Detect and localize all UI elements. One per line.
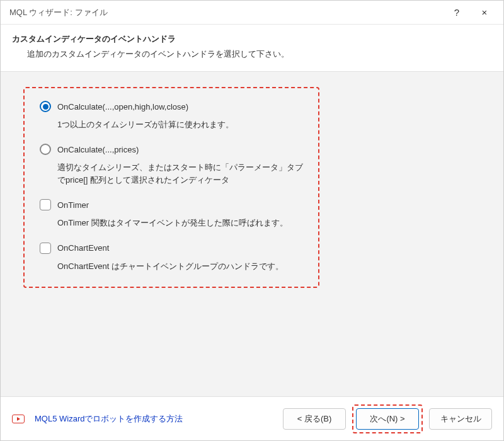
body: OnCalculate(...,open,high,low,close) 1つ以… (1, 72, 503, 396)
window-title: MQL ウィザード: ファイル (9, 7, 443, 18)
back-button[interactable]: < 戻る(B) (283, 408, 346, 430)
checkbox-onchartevent[interactable]: OnChartEvent (40, 243, 303, 254)
next-button-highlight: 次へ(N) > (352, 404, 423, 433)
checkbox-icon (40, 199, 51, 210)
help-link[interactable]: MQL5 Wizardでロボットを作成する方法 (35, 413, 183, 425)
header: カスタムインディケータのイベントハンドラ 追加のカスタムインディケータのイベント… (1, 25, 503, 72)
option-oncalculate-prices: OnCalculate(...,prices) 適切なタイムシリーズ、またはスタ… (40, 144, 303, 186)
checkbox-icon (40, 243, 51, 254)
option-onchartevent: OnChartEvent OnChartEvent はチャートイベントグループの… (40, 243, 303, 273)
next-button[interactable]: 次へ(N) > (356, 408, 419, 430)
cancel-button[interactable]: キャンセル (429, 408, 492, 430)
option-label: OnCalculate(...,prices) (57, 145, 139, 154)
option-desc: OnTimer 関数はタイマーイベントが発生した際に呼ばれます。 (40, 217, 303, 229)
radio-oncalculate-prices[interactable]: OnCalculate(...,prices) (40, 144, 303, 155)
option-desc: OnChartEvent はチャートイベントグループのハンドラです。 (40, 260, 303, 273)
option-desc: 適切なタイムシリーズ、またはスタート時に「パラーメータ」タブでprice[] 配… (40, 161, 303, 186)
radio-icon (40, 101, 51, 112)
options-group-highlight: OnCalculate(...,open,high,low,close) 1つ以… (23, 87, 319, 288)
help-button[interactable]: ? (443, 1, 471, 24)
radio-oncalculate-ohlc[interactable]: OnCalculate(...,open,high,low,close) (40, 101, 303, 112)
option-label: OnChartEvent (57, 243, 109, 253)
option-desc: 1つ以上のタイムシリーズが計算に使われます。 (40, 118, 303, 131)
checkbox-ontimer[interactable]: OnTimer (40, 199, 303, 210)
option-label: OnTimer (57, 200, 89, 210)
option-label: OnCalculate(...,open,high,low,close) (57, 102, 188, 112)
youtube-icon (12, 415, 25, 423)
page-subtitle: 追加のカスタムインディケータのイベントハンドラを選択して下さい。 (12, 49, 486, 60)
page-title: カスタムインディケータのイベントハンドラ (12, 33, 486, 45)
option-ontimer: OnTimer OnTimer 関数はタイマーイベントが発生した際に呼ばれます。 (40, 199, 303, 229)
titlebar: MQL ウィザード: ファイル ? × (1, 1, 503, 25)
radio-icon (40, 144, 51, 155)
wizard-window: MQL ウィザード: ファイル ? × カスタムインディケータのイベントハンドラ… (0, 0, 504, 441)
close-button[interactable]: × (471, 1, 498, 24)
footer: MQL5 Wizardでロボットを作成する方法 < 戻る(B) 次へ(N) > … (1, 396, 503, 440)
option-oncalculate-ohlc: OnCalculate(...,open,high,low,close) 1つ以… (40, 101, 303, 131)
